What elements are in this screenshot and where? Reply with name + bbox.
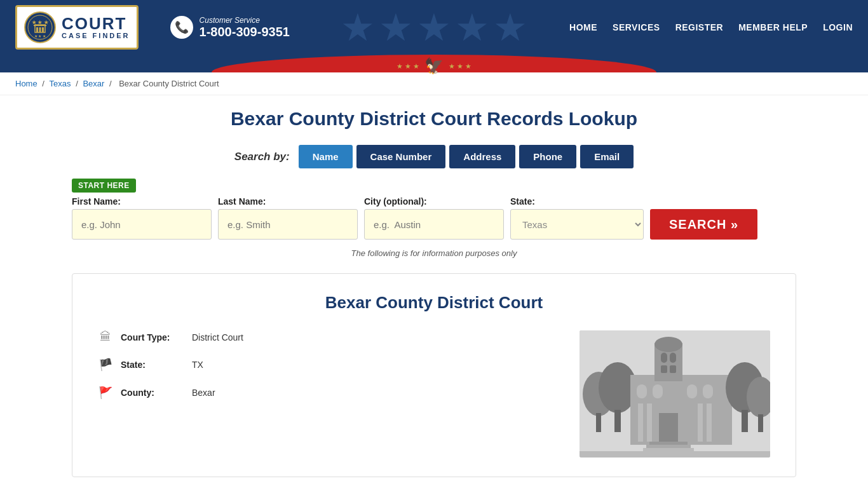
page-title: Bexar County District Court Records Look… (72, 108, 796, 130)
state-label: State: (510, 196, 644, 207)
svg-rect-39 (580, 451, 770, 458)
cs-phone: 1-800-309-9351 (200, 25, 290, 39)
svg-text:★ ★ ★: ★ ★ ★ (34, 34, 46, 38)
svg-rect-34 (707, 403, 712, 442)
court-info-box: Bexar County District Court 🏛 Court Type… (72, 273, 796, 477)
search-by-row: Search by: Name Case Number Address Phon… (72, 145, 796, 168)
logo[interactable]: ★ ★ ★ ★ ★ ★ COURT CASE FINDER (15, 5, 139, 50)
svg-rect-31 (638, 403, 643, 442)
svg-rect-19 (670, 353, 676, 363)
city-label: City (optional): (364, 196, 504, 207)
svg-rect-18 (661, 353, 667, 363)
logo-case-finder-text: CASE FINDER (62, 32, 130, 39)
svg-rect-22 (637, 384, 647, 398)
svg-rect-7 (34, 25, 46, 26)
county-icon: 🚩 (98, 386, 113, 400)
table-row: 🏛 Court Type: District Court (98, 330, 554, 344)
header-stars: ★ ★ ★ ★ ★ (341, 5, 527, 50)
nav-register[interactable]: REGISTER (675, 22, 724, 32)
search-form: First Name: Last Name: City (optional): … (72, 196, 796, 240)
search-form-area: START HERE First Name: Last Name: City (… (72, 179, 796, 240)
court-type-icon: 🏛 (98, 330, 113, 344)
state-select[interactable]: Texas Alabama Alaska Arizona Arkansas Ca… (510, 209, 644, 240)
county-value: Bexar (192, 388, 215, 398)
court-fields: 🏛 Court Type: District Court 🏴 State: TX… (98, 330, 554, 458)
logo-emblem-icon: ★ ★ ★ ★ ★ ★ (24, 11, 57, 44)
ribbon-eagle-icon: ★ ★ ★ 🦅 ★ ★ ★ (397, 57, 471, 75)
phone-icon: 📞 (170, 16, 193, 39)
tab-name[interactable]: Name (299, 145, 353, 168)
breadcrumb-sep-3: / (109, 79, 114, 88)
site-header: ★ ★ ★ ★ ★ ★ ★ ★ ★ ★ ★ COURT CASE FINDER (0, 0, 868, 55)
first-name-label: First Name: (72, 196, 212, 207)
svg-rect-23 (653, 384, 663, 398)
breadcrumb-home[interactable]: Home (15, 79, 37, 88)
tab-phone[interactable]: Phone (519, 145, 576, 168)
svg-rect-36 (742, 410, 748, 432)
svg-rect-4 (36, 27, 38, 32)
svg-rect-38 (758, 414, 763, 432)
svg-rect-14 (614, 410, 621, 432)
svg-rect-12 (596, 413, 601, 432)
svg-rect-29 (643, 448, 694, 451)
cs-label: Customer Service (200, 16, 290, 25)
search-by-label: Search by: (234, 151, 290, 163)
nav-services[interactable]: SERVICES (613, 22, 660, 32)
breadcrumb-county[interactable]: Bexar (83, 79, 104, 88)
svg-rect-5 (39, 27, 41, 32)
main-content: Bexar County District Court Records Look… (53, 95, 815, 488)
breadcrumb-state[interactable]: Texas (50, 79, 71, 88)
breadcrumb-sep-1: / (42, 79, 46, 88)
state-field-value: TX (192, 360, 203, 370)
state-group: State: Texas Alabama Alaska Arizona Arka… (510, 196, 644, 240)
start-here-badge: START HERE (72, 179, 136, 193)
court-type-value: District Court (192, 332, 243, 342)
first-name-input[interactable] (72, 209, 212, 240)
svg-rect-32 (647, 403, 652, 442)
table-row: 🏴 State: TX (98, 358, 554, 372)
svg-rect-26 (659, 413, 678, 445)
nav-home[interactable]: HOME (569, 22, 597, 32)
court-details: 🏛 Court Type: District Court 🏴 State: TX… (98, 330, 770, 458)
state-field-label: State: (121, 360, 184, 370)
svg-rect-21 (670, 365, 676, 373)
svg-rect-15 (630, 375, 732, 445)
ribbon: ★ ★ ★ 🦅 ★ ★ ★ (0, 55, 868, 72)
svg-rect-33 (698, 403, 703, 442)
breadcrumb-sep-2: / (76, 79, 80, 88)
last-name-label: Last Name: (218, 196, 358, 207)
last-name-input[interactable] (218, 209, 358, 240)
svg-rect-28 (646, 445, 691, 448)
first-name-group: First Name: (72, 196, 212, 240)
tab-case-number[interactable]: Case Number (356, 145, 446, 168)
table-row: 🚩 County: Bexar (98, 386, 554, 400)
city-group: City (optional): (364, 196, 504, 240)
nav-login[interactable]: LOGIN (823, 22, 853, 32)
tab-email[interactable]: Email (580, 145, 634, 168)
tab-address[interactable]: Address (449, 145, 515, 168)
court-image (580, 330, 770, 458)
svg-point-17 (654, 337, 682, 352)
court-type-label: Court Type: (121, 332, 184, 342)
county-label: County: (121, 388, 184, 398)
main-nav: HOME SERVICES REGISTER MEMBER HELP LOGIN (569, 22, 853, 32)
svg-rect-6 (42, 27, 44, 32)
court-info-title: Bexar County District Court (98, 293, 770, 313)
breadcrumb: Home / Texas / Bexar / Bexar County Dist… (0, 72, 868, 95)
info-text: The following is for information purpose… (72, 248, 796, 258)
svg-rect-25 (703, 384, 713, 398)
svg-rect-20 (661, 365, 667, 373)
nav-member-help[interactable]: MEMBER HELP (738, 22, 808, 32)
breadcrumb-current: Bexar County District Court (119, 79, 219, 88)
search-button[interactable]: SEARCH » (650, 209, 757, 240)
last-name-group: Last Name: (218, 196, 358, 240)
logo-court-text: COURT (62, 15, 130, 32)
customer-service: 📞 Customer Service 1-800-309-9351 (170, 16, 290, 39)
courthouse-image-icon (580, 330, 770, 458)
state-icon: 🏴 (98, 358, 113, 372)
svg-rect-24 (687, 384, 697, 398)
city-input[interactable] (364, 209, 504, 240)
